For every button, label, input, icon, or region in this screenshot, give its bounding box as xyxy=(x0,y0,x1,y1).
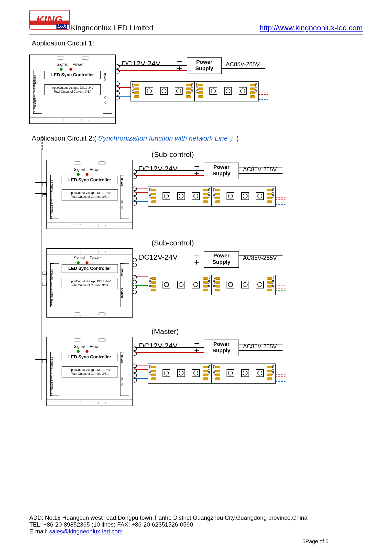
led-strip: B G R V+B G R V+ xyxy=(212,275,276,295)
power-label: Power xyxy=(90,344,101,349)
controller-title: LED Sync Controller xyxy=(62,264,118,273)
spec-current: Total Output of Current: 3*8A xyxy=(62,284,117,287)
wiring-area: DC12V-24V −+ Power Supply AC85V-265V B G… xyxy=(133,248,363,317)
footer-email-link[interactable]: sales@kingneonlux-led.com xyxy=(49,528,123,535)
strip-pins: B G R V+ xyxy=(131,83,134,93)
controller-box: Signal Power LED Sync Controller Input/O… xyxy=(46,337,133,406)
power-port-label: POWER xyxy=(103,70,107,85)
controller-spec: Input/Output Voltage: DC12-24V Total Out… xyxy=(44,84,101,95)
right-ports: POWEROUTPUT xyxy=(120,352,129,396)
output-port-label: OUTPUT xyxy=(120,367,124,396)
dc-voltage-label: DC12V-24V xyxy=(122,59,160,68)
output-port-label: OUTPUT xyxy=(120,279,124,307)
power-led-icon xyxy=(86,261,88,264)
strip-pins: B G R V+ xyxy=(208,365,211,375)
circuit1-title: Application Circuit 1: xyxy=(32,39,363,47)
dc-voltage-label: DC12V-24V xyxy=(139,342,177,350)
led-strip: B G R V+ B G R V+ xyxy=(195,81,259,101)
role-label-sub: (Sub-control) xyxy=(152,150,363,159)
led-strip: B G R V+B G R V+ xyxy=(148,275,212,295)
led-strips: B G R V+ B G R V+ B G R V+ B G R V+ xyxy=(131,81,363,111)
circuit2-title-sync: Synchronization function with network Li… xyxy=(98,134,236,142)
output-port-label: OUTPUT xyxy=(120,190,124,219)
polarity-icon: −+ xyxy=(194,162,199,177)
power-supply-box: Power Supply xyxy=(204,340,239,356)
page-number: 5Page of 5 xyxy=(303,538,328,545)
continuation-icon xyxy=(259,90,268,102)
controller-spec: Input/Output Voltage: DC12-24VTotal Outp… xyxy=(62,189,118,200)
controller-box: Signal Power LED Sync Controller Input/O… xyxy=(46,160,133,229)
strip-pins: B G R V+ xyxy=(208,188,211,198)
right-ports: POWEROUTPUT xyxy=(120,263,129,307)
left-pin-labels: Port Date+ Port Date- Port GND GND xyxy=(33,80,35,114)
power-led-icon xyxy=(86,173,88,176)
strip-pins: B G R V+ xyxy=(191,83,194,93)
psu-label: Power Supply xyxy=(212,164,230,177)
strip-pins: B G R V+ xyxy=(213,365,215,375)
controller-title: LED Sync Controller xyxy=(44,71,101,79)
continuation-icon xyxy=(276,196,285,207)
spec-voltage: Input/Output Voltage: DC12-24V xyxy=(62,368,117,372)
led-strips: B G R V+B G R V+ B G R V+B G R V+ xyxy=(148,187,363,216)
footer-email-label: E-mail: xyxy=(29,528,49,535)
signal-label: Signal xyxy=(74,256,85,260)
wiring-area: DC12V-24V −+ Power Supply AC85V-265V B G… xyxy=(116,55,363,123)
strip-pins: B G R V+ xyxy=(213,188,215,198)
strip-pins: B G R V+ xyxy=(213,276,215,287)
sub-control-unit: (Sub-control) Signal Power LED Sync Cont… xyxy=(46,150,363,229)
output-port-label: OUTPUT xyxy=(103,85,107,113)
power-label: Power xyxy=(90,167,101,172)
circuit2-title-post: ) xyxy=(236,134,239,142)
signal-label: Signal xyxy=(57,62,67,66)
footer: ADD: No.18 Huangcun west road,Dongpu tow… xyxy=(29,514,363,535)
strip-pins: B G R V+ xyxy=(149,188,151,198)
sub-control-unit: (Sub-control) Signal Power LED Sync Cont… xyxy=(46,239,363,318)
role-label-master: (Master) xyxy=(152,327,363,336)
controller-spec: Input/Output Voltage: DC12-24VTotal Outp… xyxy=(62,366,118,377)
company-name: Kingneonlux LED Limited xyxy=(71,24,153,32)
signal-led-icon xyxy=(60,68,63,71)
led-strip: B G R V+B G R V+ xyxy=(212,364,276,384)
power-port-label: POWER xyxy=(120,264,124,279)
wiring-area: DC12V-24V −+ Power Supply AC85V-265V B G… xyxy=(133,160,363,228)
dc-voltage-label: DC12V-24V xyxy=(139,165,177,173)
left-pin-labels: Port Date+ Port Date- Port GND GND xyxy=(50,362,53,396)
led-strip: B G R V+ B G R V+ xyxy=(131,81,195,101)
power-led-icon xyxy=(86,350,88,353)
strip-pins: B G R V+ xyxy=(255,83,258,93)
left-pin-labels: Port Date+ Port Date- Port GND GND xyxy=(50,185,53,219)
controller-title: LED Sync Controller xyxy=(62,176,118,184)
signal-led-icon xyxy=(77,261,80,264)
signal-led-icon xyxy=(77,173,80,176)
master-unit: (Master) Signal Power LED Sync Controlle… xyxy=(46,327,363,406)
footer-email-line: E-mail: sales@kingneonlux-led.com xyxy=(29,528,363,535)
spec-voltage: Input/Output Voltage: DC12-24V xyxy=(62,191,117,195)
polarity-icon: −+ xyxy=(194,339,199,354)
strip-pins: B G R V+ xyxy=(196,83,198,93)
footer-tel: TEL: +86-20-89852365 (10 lines) FAX: +86… xyxy=(29,521,363,528)
controller-spec: Input/Output Voltage: DC12-24VTotal Outp… xyxy=(62,278,118,289)
power-port-label: POWER xyxy=(120,352,124,367)
controller-title: LED Sync Controller xyxy=(62,353,118,361)
wiring-area: DC12V-24V −+ Power Supply AC85V-265V B G… xyxy=(133,337,363,405)
continuation-icon xyxy=(276,284,285,295)
right-ports: POWEROUTPUT xyxy=(120,175,129,219)
logo: KING LUX xyxy=(29,10,70,30)
header: KING LUX Kingneonlux LED Limited http://… xyxy=(29,10,363,30)
power-led-icon xyxy=(69,68,72,71)
led-strips: B G R V+B G R V+ B G R V+B G R V+ xyxy=(148,364,363,393)
controller-box: Signal Power LED Sync Controller Input/O… xyxy=(29,55,116,124)
strip-pins: B G R V+ xyxy=(272,365,275,375)
left-pin-labels: Port Date+ Port Date- Port GND GND xyxy=(50,273,53,307)
circuit1-diagram: Signal Power LED Sync Controller Input/O… xyxy=(29,55,363,124)
circuit2-diagram: (Sub-control) Signal Power LED Sync Cont… xyxy=(46,150,363,406)
header-url[interactable]: http://www.kingneonlux-led.com xyxy=(260,24,363,32)
continuation-icon xyxy=(276,373,285,384)
controller-box: Signal Power LED Sync Controller Input/O… xyxy=(46,248,133,318)
role-label-sub: (Sub-control) xyxy=(152,239,363,247)
strip-pins: B G R V+ xyxy=(272,188,275,198)
strip-pins: B G R V+ xyxy=(149,365,151,375)
power-supply-box: Power Supply xyxy=(204,251,239,268)
psu-label: Power Supply xyxy=(195,59,213,71)
psu-label: Power Supply xyxy=(212,341,230,353)
